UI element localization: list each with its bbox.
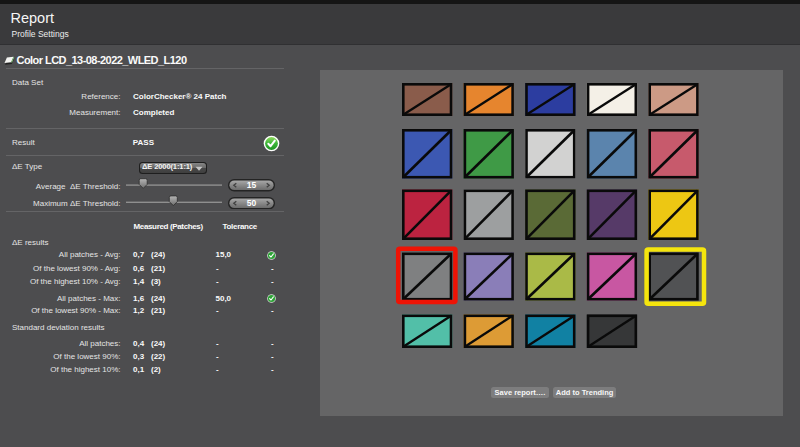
svg-text:50: 50 [247,198,257,208]
svg-text:15: 15 [247,181,257,191]
